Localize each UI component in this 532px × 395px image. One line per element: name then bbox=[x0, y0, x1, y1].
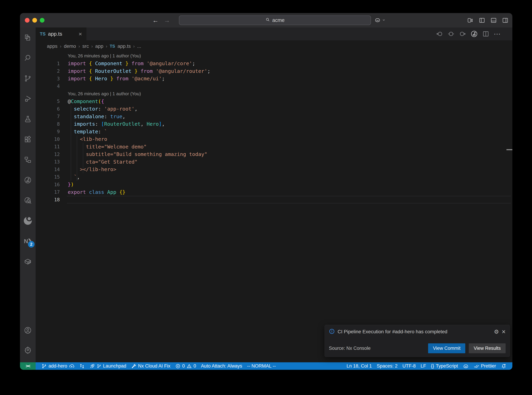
search-view-icon[interactable] bbox=[24, 54, 32, 62]
code-line[interactable]: 3import { Hero } from '@acme/ui'; bbox=[36, 75, 512, 82]
breadcrumb-item[interactable]: apps bbox=[47, 44, 58, 49]
vim-mode-label: -- NORMAL -- bbox=[247, 363, 276, 369]
language-mode-item[interactable]: {} TypeScript bbox=[429, 363, 460, 369]
code-line[interactable]: 18 bbox=[36, 196, 512, 203]
problems-item[interactable]: 0 0 bbox=[173, 363, 199, 369]
breadcrumb-item[interactable]: app bbox=[95, 44, 103, 49]
navigate-back-button[interactable]: ← bbox=[152, 17, 159, 24]
code-line[interactable]: 5@Component({ bbox=[36, 98, 512, 105]
git-branch-item[interactable]: add-hero bbox=[39, 363, 77, 369]
notification-settings-gear-icon[interactable]: ⚙ bbox=[494, 329, 499, 335]
vim-mode-item[interactable]: -- NORMAL -- bbox=[245, 363, 278, 369]
more-actions-icon[interactable]: ⋯ bbox=[494, 30, 501, 38]
gitlens-icon[interactable] bbox=[24, 176, 32, 184]
code-line[interactable]: 9 template: ` bbox=[36, 128, 512, 135]
wrench-icon bbox=[131, 363, 136, 369]
code-line[interactable]: 11 title="Welcmoe demo" bbox=[36, 143, 512, 151]
git-compare-item[interactable] bbox=[77, 363, 87, 369]
code-text: export class App {} bbox=[68, 189, 125, 195]
prev-change-icon[interactable] bbox=[436, 30, 443, 38]
code-line[interactable]: 16}) bbox=[36, 181, 512, 188]
notification-close-icon[interactable]: × bbox=[502, 329, 505, 335]
info-icon bbox=[329, 329, 335, 335]
edge-tools-icon[interactable] bbox=[24, 217, 32, 225]
customize-layout-icon[interactable] bbox=[467, 17, 474, 24]
line-number: 4 bbox=[36, 83, 68, 89]
line-number: 15 bbox=[36, 174, 68, 180]
launchpad-item[interactable]: Launchpad bbox=[87, 363, 129, 369]
breadcrumb: apps › demo › src › app › TS app.ts › ..… bbox=[36, 40, 512, 52]
command-center-search[interactable]: acme bbox=[179, 16, 371, 25]
code-line[interactable]: 13 cta="Get Started" bbox=[36, 158, 512, 166]
run-debug-icon[interactable] bbox=[24, 95, 32, 103]
code-line[interactable]: 7 standalone: true, bbox=[36, 113, 512, 120]
close-window-button[interactable] bbox=[25, 18, 30, 23]
breadcrumb-file[interactable]: app.ts bbox=[118, 44, 131, 49]
code-line[interactable]: 10 <lib-hero bbox=[36, 135, 512, 143]
view-results-button[interactable]: View Results bbox=[469, 343, 505, 353]
indentation-item[interactable]: Spaces: 2 bbox=[374, 363, 400, 369]
navigate-forward-button[interactable]: → bbox=[164, 17, 170, 24]
launchpad-label: Launchpad bbox=[103, 363, 126, 369]
eol-item[interactable]: LF bbox=[418, 363, 429, 369]
split-editor-icon[interactable] bbox=[482, 30, 489, 38]
notification-source: Source: Nx Console bbox=[329, 346, 371, 351]
cursor-position-item[interactable]: Ln 18, Col 1 bbox=[344, 363, 374, 369]
gitlens-graph-icon[interactable] bbox=[470, 30, 478, 38]
encoding-item[interactable]: UTF-8 bbox=[400, 363, 418, 369]
tab-app-ts[interactable]: TS app.ts × bbox=[36, 27, 86, 40]
auto-attach-item[interactable]: Auto Attach: Always bbox=[199, 363, 245, 369]
view-commit-button[interactable]: View Commit bbox=[428, 343, 465, 353]
chevron-down-icon[interactable] bbox=[382, 18, 386, 22]
line-number: 6 bbox=[36, 106, 68, 112]
indentation-label: Spaces: 2 bbox=[377, 363, 398, 369]
accounts-icon[interactable] bbox=[24, 326, 32, 334]
double-check-icon bbox=[474, 363, 479, 369]
code-editor[interactable]: You, 26 minutes ago | 1 author (You)1imp… bbox=[36, 52, 512, 362]
notifications-bell-item[interactable] bbox=[499, 363, 509, 369]
vscode-window: ← → acme bbox=[20, 13, 512, 370]
code-line[interactable]: 17export class App {} bbox=[36, 188, 512, 196]
minimize-window-button[interactable] bbox=[32, 18, 37, 23]
maximize-window-button[interactable] bbox=[40, 18, 44, 23]
code-line[interactable]: 4 bbox=[36, 82, 512, 90]
next-change-icon[interactable] bbox=[459, 30, 466, 38]
explorer-icon[interactable] bbox=[24, 34, 32, 42]
line-number: 16 bbox=[36, 182, 68, 187]
code-text: standalone: true, bbox=[68, 114, 125, 120]
copilot-status-item[interactable] bbox=[460, 363, 471, 369]
source-control-icon[interactable] bbox=[24, 74, 32, 82]
extensions-icon[interactable] bbox=[24, 135, 32, 143]
code-line[interactable]: 14 ></lib-hero> bbox=[36, 166, 512, 173]
containers-icon[interactable] bbox=[24, 258, 32, 265]
code-line[interactable]: 15 `, bbox=[36, 173, 512, 181]
code-line[interactable]: 8 imports: [RouterOutlet, Hero], bbox=[36, 120, 512, 128]
code-line[interactable]: 12 subtitle="Build something amazing tod… bbox=[36, 151, 512, 158]
toggle-panel-icon[interactable] bbox=[490, 17, 497, 24]
breadcrumb-item[interactable]: src bbox=[82, 44, 89, 49]
copilot-icon[interactable] bbox=[374, 17, 381, 24]
testing-icon[interactable] bbox=[24, 115, 32, 123]
code-line[interactable]: 6 selector: 'app-root', bbox=[36, 105, 512, 113]
typescript-file-icon: TS bbox=[40, 31, 46, 37]
remote-indicator[interactable]: >< bbox=[20, 362, 36, 370]
breadcrumb-symbol[interactable]: ... bbox=[137, 44, 141, 49]
toggle-secondary-sidebar-icon[interactable] bbox=[502, 17, 509, 24]
nx-cloud-fix-item[interactable]: Nx Cloud AI Fix bbox=[129, 363, 173, 369]
breadcrumb-item[interactable]: demo bbox=[64, 44, 76, 49]
settings-gear-icon[interactable] bbox=[24, 346, 32, 354]
annotations-icon[interactable] bbox=[447, 30, 455, 38]
toggle-primary-sidebar-icon[interactable] bbox=[479, 17, 485, 24]
line-number: 1 bbox=[36, 61, 68, 66]
code-text: import { RouterOutlet } from '@angular/r… bbox=[68, 68, 210, 74]
tab-close-icon[interactable]: × bbox=[79, 31, 82, 37]
nx-console-icon[interactable]: N❯ 2 bbox=[24, 237, 32, 245]
indent-guide bbox=[71, 105, 71, 181]
breadcrumb-separator: › bbox=[91, 44, 93, 49]
code-line[interactable]: 1import { Component } from '@angular/cor… bbox=[36, 60, 512, 67]
code-line[interactable]: 2import { RouterOutlet } from '@angular/… bbox=[36, 67, 512, 75]
formatter-item[interactable]: Prettier bbox=[471, 363, 499, 369]
line-number: 12 bbox=[36, 152, 68, 157]
gitlens-inspect-icon[interactable] bbox=[24, 197, 32, 204]
hierarchy-view-icon[interactable] bbox=[24, 156, 32, 164]
